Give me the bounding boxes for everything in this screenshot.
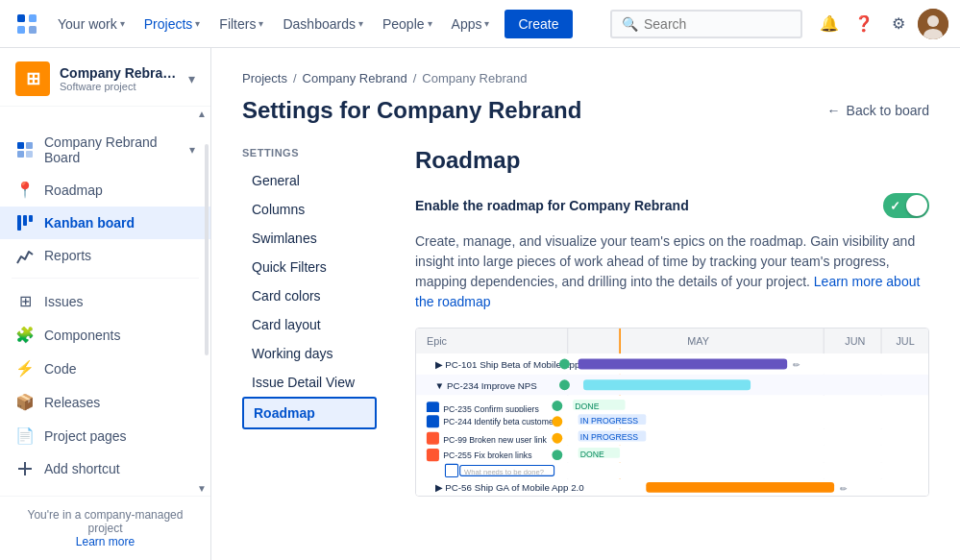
settings-nav-working-days[interactable]: Working days: [242, 339, 377, 368]
svg-rect-41: [427, 415, 439, 427]
sidebar-item-reports-label: Reports: [44, 248, 91, 263]
svg-text:PC-99 Broken new user link: PC-99 Broken new user link: [443, 435, 547, 445]
board-icon: [15, 141, 35, 158]
svg-text:IN PROGRESS: IN PROGRESS: [580, 432, 639, 442]
search-input[interactable]: [644, 16, 778, 32]
svg-text:▶ PC-56 Ship GA of Mobile App : ▶ PC-56 Ship GA of Mobile App 2.0: [435, 482, 585, 493]
svg-text:✏: ✏: [840, 484, 848, 494]
sidebar-item-components[interactable]: 🧩 Components: [0, 318, 210, 352]
app-logo[interactable]: [12, 9, 42, 39]
create-button[interactable]: Create: [505, 10, 572, 38]
main-content: Projects / Company Rebrand / Company Reb…: [211, 48, 960, 560]
settings-nav-issue-detail-view[interactable]: Issue Detail View: [242, 368, 377, 397]
nav-filters[interactable]: Filters ▾: [211, 11, 271, 37]
components-icon: 🧩: [15, 326, 35, 344]
nav-your-work[interactable]: Your work ▾: [50, 11, 133, 37]
settings-section-label: SETTINGS: [242, 147, 377, 158]
project-chevron-icon[interactable]: ▾: [188, 71, 195, 86]
help-button[interactable]: ❓: [849, 9, 879, 39]
layout: ⊞ Company Rebrand Software project ▾ ▲ C…: [0, 48, 960, 560]
breadcrumb-company-rebrand[interactable]: Company Rebrand: [303, 71, 407, 85]
svg-rect-53: [427, 449, 439, 461]
sidebar-item-roadmap[interactable]: 📍 Roadmap: [0, 173, 210, 207]
settings-nav-columns[interactable]: Columns: [242, 195, 377, 224]
roadmap-toggle[interactable]: ✓: [883, 193, 929, 218]
sidebar-item-kanban[interactable]: Kanban board: [0, 207, 210, 239]
avatar[interactable]: [918, 9, 948, 39]
svg-text:Epic: Epic: [427, 335, 448, 347]
nav-apps[interactable]: Apps ▾: [444, 11, 498, 37]
svg-rect-10: [26, 151, 33, 158]
svg-text:DONE: DONE: [575, 402, 599, 411]
settings-content: Roadmap Enable the roadmap for Company R…: [415, 147, 929, 497]
settings-nav-quick-filters[interactable]: Quick Filters: [242, 253, 377, 281]
svg-rect-0: [17, 14, 25, 22]
breadcrumb-projects[interactable]: Projects: [242, 71, 287, 85]
toggle-check-icon: ✓: [890, 199, 900, 213]
roadmap-preview: Epic MAY JUN JUL ▶ PC-101 Ship Beta of M…: [415, 328, 929, 497]
sidebar-item-project-pages[interactable]: 📄 Project pages: [0, 419, 210, 452]
breadcrumb: Projects / Company Rebrand / Company Reb…: [242, 71, 929, 85]
back-to-board-link[interactable]: ← Back to board: [827, 103, 929, 118]
sidebar-item-add-shortcut-label: Add shortcut: [44, 461, 120, 476]
scroll-up-indicator[interactable]: ▲: [0, 107, 210, 119]
sidebar-footer-learn-more[interactable]: Learn more: [76, 535, 135, 548]
sidebar-item-add-shortcut[interactable]: Add shortcut: [0, 452, 210, 483]
sidebar-nav: Company Rebrand Board ▾ 📍 Roadmap Kanban…: [0, 119, 210, 483]
settings-nav-swimlanes[interactable]: Swimlanes: [242, 224, 377, 253]
svg-rect-1: [29, 14, 37, 22]
roadmap-enable-row: Enable the roadmap for Company Rebrand ✓: [415, 193, 929, 218]
svg-point-32: [559, 379, 570, 390]
search-box[interactable]: 🔍: [610, 10, 802, 38]
sidebar-item-issues[interactable]: ⊞ Issues: [0, 284, 210, 318]
svg-text:✏: ✏: [793, 360, 800, 370]
settings-nav-card-colors[interactable]: Card colors: [242, 281, 377, 310]
svg-text:PC-255 Fix broken links: PC-255 Fix broken links: [443, 450, 532, 460]
nav-people[interactable]: People ▾: [375, 11, 440, 37]
page-title-row: Settings for Company Rebrand ← Back to b…: [242, 97, 929, 124]
svg-rect-3: [29, 26, 37, 34]
roadmap-settings-title: Roadmap: [415, 147, 929, 174]
svg-rect-9: [17, 151, 24, 158]
code-icon: ⚡: [15, 359, 35, 377]
svg-rect-47: [427, 432, 439, 445]
sidebar-footer: You're in a company-managed project Lear…: [0, 496, 210, 560]
search-icon: 🔍: [622, 16, 638, 32]
roadmap-icon: 📍: [15, 181, 35, 199]
settings-button[interactable]: ⚙: [883, 9, 914, 39]
chevron-down-icon: ▾: [120, 18, 125, 29]
svg-rect-33: [583, 379, 751, 390]
svg-point-5: [927, 15, 939, 27]
sidebar-item-roadmap-label: Roadmap: [44, 183, 103, 198]
scroll-down-indicator[interactable]: ▼: [0, 483, 210, 496]
settings-nav-card-layout[interactable]: Card layout: [242, 310, 377, 339]
chevron-down-icon: ▾: [358, 18, 363, 29]
svg-text:PC-244 Identify beta customers: PC-244 Identify beta customers: [443, 417, 560, 426]
svg-point-37: [552, 401, 562, 411]
svg-text:DONE: DONE: [580, 450, 604, 459]
sidebar-item-board[interactable]: Company Rebrand Board ▾: [0, 127, 210, 173]
sidebar-item-releases[interactable]: 📦 Releases: [0, 385, 210, 419]
settings-nav-general[interactable]: General: [242, 166, 377, 195]
svg-rect-7: [17, 142, 24, 149]
breadcrumb-current: Company Rebrand: [422, 71, 527, 85]
chevron-down-icon: ▾: [189, 143, 195, 157]
svg-text:▼ PC-234 Improve NPS: ▼ PC-234 Improve NPS: [435, 380, 538, 391]
sidebar-item-reports[interactable]: Reports: [0, 239, 210, 272]
notifications-button[interactable]: 🔔: [814, 9, 845, 39]
settings-layout: SETTINGS General Columns Swimlanes Quick…: [242, 147, 929, 497]
nav-projects[interactable]: Projects ▾: [136, 11, 209, 37]
project-name: Company Rebrand: [60, 65, 179, 81]
svg-text:What needs to be done?: What needs to be done?: [464, 468, 544, 476]
svg-text:JUN: JUN: [845, 335, 865, 347]
svg-text:IN PROGRESS: IN PROGRESS: [580, 416, 639, 426]
svg-text:MAY: MAY: [687, 335, 709, 347]
svg-rect-2: [17, 26, 25, 34]
issues-icon: ⊞: [15, 292, 35, 310]
svg-point-43: [552, 416, 562, 426]
settings-nav-roadmap[interactable]: Roadmap: [242, 397, 377, 429]
nav-dashboards[interactable]: Dashboards ▾: [275, 11, 371, 37]
sidebar-item-code[interactable]: ⚡ Code: [0, 352, 210, 385]
toggle-knob: [906, 195, 927, 216]
project-info: Company Rebrand Software project: [60, 65, 179, 92]
